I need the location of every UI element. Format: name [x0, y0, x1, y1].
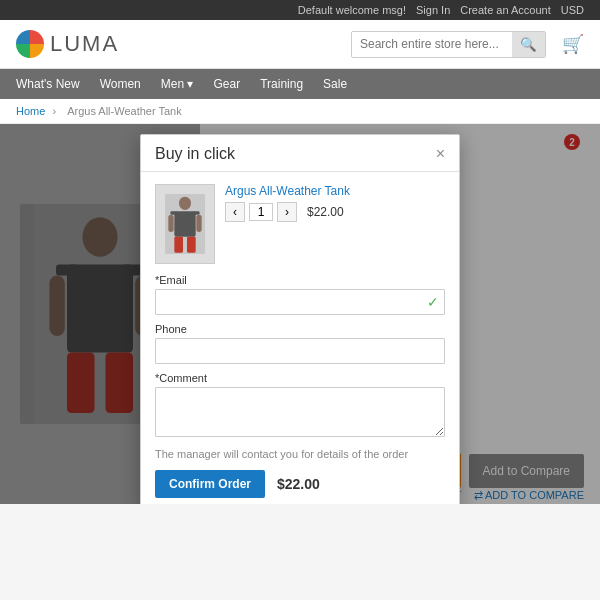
- modal-body: Argus All-Weather Tank ‹ › $22.00 *Email: [141, 172, 459, 504]
- buy-in-click-modal: Buy in click ×: [140, 134, 460, 504]
- nav-men[interactable]: Men ▾: [161, 69, 194, 99]
- qty-increment-button[interactable]: ›: [277, 202, 297, 222]
- modal-product-price: $22.00: [307, 205, 344, 219]
- email-field-group: *Email ✓: [155, 274, 445, 315]
- phone-input[interactable]: [155, 338, 445, 364]
- breadcrumb-home[interactable]: Home: [16, 105, 45, 117]
- svg-rect-18: [168, 215, 173, 232]
- svg-point-14: [179, 197, 191, 210]
- logo-icon: [16, 30, 44, 58]
- email-wrapper: ✓: [155, 289, 445, 315]
- phone-label: Phone: [155, 323, 445, 335]
- svg-rect-15: [174, 211, 195, 236]
- svg-rect-17: [193, 211, 200, 214]
- search-bar: 🔍: [351, 31, 546, 58]
- email-input[interactable]: [155, 289, 445, 315]
- modal-title: Buy in click: [155, 145, 235, 163]
- site-header: LUMA 🔍 🛒: [0, 20, 600, 69]
- modal-product-controls: ‹ › $22.00: [225, 202, 445, 222]
- phone-field-group: Phone: [155, 323, 445, 364]
- create-account-link[interactable]: Create an Account: [460, 4, 551, 16]
- svg-rect-21: [187, 237, 196, 253]
- main-nav: What's New Women Men ▾ Gear Training Sal…: [0, 69, 600, 99]
- breadcrumb: Home › Argus All-Weather Tank: [0, 99, 600, 124]
- logo-text: LUMA: [50, 31, 119, 57]
- comment-label: *Comment: [155, 372, 445, 384]
- modal-product-info: Argus All-Weather Tank ‹ › $22.00: [225, 184, 445, 222]
- modal-product-name[interactable]: Argus All-Weather Tank: [225, 184, 445, 198]
- welcome-text: Default welcome msg!: [298, 4, 406, 16]
- svg-rect-16: [170, 211, 177, 214]
- currency-selector[interactable]: USD: [561, 4, 584, 16]
- breadcrumb-current: Argus All-Weather Tank: [67, 105, 182, 117]
- modal-close-button[interactable]: ×: [436, 146, 445, 162]
- nav-gear[interactable]: Gear: [213, 69, 240, 99]
- nav-sale[interactable]: Sale: [323, 69, 347, 99]
- modal-product-row: Argus All-Weather Tank ‹ › $22.00: [155, 184, 445, 264]
- cart-icon[interactable]: 🛒: [562, 33, 584, 55]
- nav-women[interactable]: Women: [100, 69, 141, 99]
- nav-training[interactable]: Training: [260, 69, 303, 99]
- svg-rect-20: [174, 237, 183, 253]
- comment-field-group: *Comment: [155, 372, 445, 440]
- main-content: All Weather Tank ★★★★☆ 2 Reviews | Add Y…: [0, 124, 600, 504]
- qty-input[interactable]: [249, 203, 273, 221]
- signin-link[interactable]: Sign In: [416, 4, 450, 16]
- modal-product-image: [155, 184, 215, 264]
- breadcrumb-sep: ›: [52, 105, 59, 117]
- email-check-icon: ✓: [427, 294, 439, 310]
- search-input[interactable]: [352, 32, 512, 56]
- top-bar: Default welcome msg! Sign In Create an A…: [0, 0, 600, 20]
- modal-header: Buy in click ×: [141, 135, 459, 172]
- modal-note: The manager will contact you for details…: [155, 448, 445, 460]
- modal-total-price: $22.00: [277, 476, 320, 492]
- search-button[interactable]: 🔍: [512, 32, 545, 57]
- comment-textarea[interactable]: [155, 387, 445, 437]
- svg-rect-19: [196, 215, 201, 232]
- qty-decrement-button[interactable]: ‹: [225, 202, 245, 222]
- confirm-order-button[interactable]: Confirm Order: [155, 470, 265, 498]
- modal-footer: Confirm Order $22.00: [155, 470, 445, 498]
- logo[interactable]: LUMA: [16, 30, 119, 58]
- email-label: *Email: [155, 274, 445, 286]
- nav-whats-new[interactable]: What's New: [16, 69, 80, 99]
